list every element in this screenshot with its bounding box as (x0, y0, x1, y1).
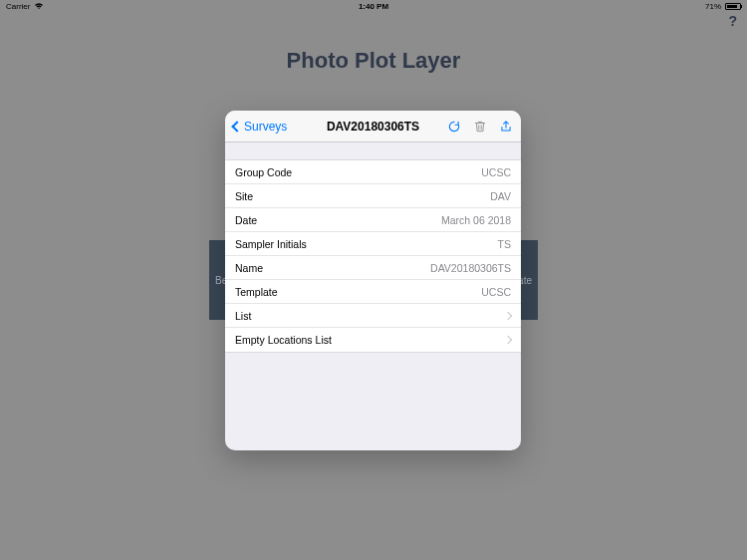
battery-pct: 71% (705, 2, 721, 11)
row-site[interactable]: Site DAV (225, 184, 521, 208)
value-sampler: TS (498, 238, 511, 250)
refresh-button[interactable] (447, 120, 461, 134)
value-date: March 06 2018 (441, 214, 511, 226)
back-label: Surveys (244, 120, 287, 134)
chevron-left-icon (231, 121, 242, 132)
value-name: DAV20180306TS (430, 262, 511, 274)
label-empty-locations: Empty Locations List (235, 334, 332, 346)
label-date: Date (235, 214, 257, 226)
carrier-label: Carrier (6, 2, 30, 11)
label-group-code: Group Code (235, 166, 292, 178)
value-site: DAV (490, 190, 511, 202)
row-name[interactable]: Name DAV20180306TS (225, 256, 521, 280)
value-group-code: UCSC (481, 166, 511, 178)
label-template: Template (235, 286, 278, 298)
row-sampler[interactable]: Sampler Initials TS (225, 232, 521, 256)
row-list[interactable]: List (225, 304, 521, 328)
row-template[interactable]: Template UCSC (225, 280, 521, 304)
label-list: List (235, 310, 251, 322)
value-template: UCSC (481, 286, 511, 298)
wifi-icon (34, 2, 44, 10)
trash-icon (473, 120, 487, 134)
label-site: Site (235, 190, 253, 202)
label-sampler: Sampler Initials (235, 238, 307, 250)
back-button[interactable]: Surveys (233, 120, 287, 134)
row-date[interactable]: Date March 06 2018 (225, 208, 521, 232)
refresh-icon (447, 120, 461, 134)
delete-button[interactable] (473, 120, 487, 134)
row-empty-locations[interactable]: Empty Locations List (225, 328, 521, 352)
page-title: Photo Plot Layer (0, 48, 747, 74)
detail-list: Group Code UCSC Site DAV Date March 06 2… (225, 159, 521, 353)
clock: 1:40 PM (359, 2, 388, 11)
label-name: Name (235, 262, 263, 274)
chevron-right-icon (504, 311, 512, 319)
share-button[interactable] (499, 120, 513, 134)
status-bar: Carrier 1:40 PM 71% (0, 0, 747, 12)
chevron-right-icon (504, 336, 512, 344)
row-group-code[interactable]: Group Code UCSC (225, 160, 521, 184)
help-button[interactable]: ? (728, 13, 737, 29)
nav-bar: Surveys DAV20180306TS (225, 111, 521, 142)
survey-detail-popover: Surveys DAV20180306TS Group Code UCSC Si… (225, 111, 521, 450)
share-icon (499, 120, 513, 134)
battery-icon (725, 3, 741, 10)
nav-title: DAV20180306TS (327, 120, 419, 134)
